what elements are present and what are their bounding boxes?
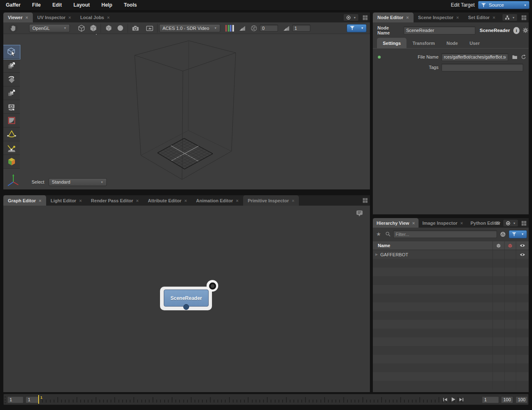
close-icon[interactable]: × <box>493 15 495 20</box>
current-frame-field[interactable] <box>482 396 499 403</box>
folder-browse-icon[interactable] <box>512 54 518 60</box>
tab-local-jobs[interactable]: Local Jobs × <box>76 12 114 22</box>
close-icon[interactable]: × <box>79 198 81 203</box>
tab-uv-inspector[interactable]: UV Inspector × <box>33 12 76 22</box>
gamma-field[interactable] <box>292 25 310 32</box>
display-transform-dropdown[interactable]: ACES 1.0 - SDR Video ▼ <box>159 24 220 32</box>
info-icon[interactable]: i <box>513 27 520 34</box>
menu-file[interactable]: File <box>26 0 47 10</box>
close-icon[interactable]: × <box>460 221 463 226</box>
subtab-user[interactable]: User <box>464 38 485 48</box>
exposure-icon[interactable] <box>236 23 248 33</box>
exclusions-column-header[interactable] <box>504 241 516 250</box>
close-icon[interactable]: × <box>39 198 41 203</box>
tab-attribute-editor[interactable]: Attribute Editor × <box>143 195 192 206</box>
layout-grid-icon[interactable] <box>521 220 527 226</box>
menu-burger-icon[interactable] <box>495 220 500 226</box>
filter-input[interactable] <box>393 230 497 238</box>
tab-graph-editor[interactable]: Graph Editor × <box>3 195 46 206</box>
shading-sphere-toggle[interactable] <box>114 23 126 33</box>
file-name-field[interactable] <box>441 53 508 61</box>
skip-to-end-icon[interactable] <box>458 397 464 403</box>
rotate-tool-button[interactable] <box>3 73 20 86</box>
menu-tools[interactable]: Tools <box>118 0 143 10</box>
close-icon[interactable]: × <box>292 198 294 203</box>
node-output-port[interactable] <box>183 304 189 310</box>
scene-view-tool-button[interactable] <box>3 155 20 169</box>
crop-window-tool-button[interactable] <box>3 114 20 128</box>
shading-cube-toggle[interactable] <box>103 23 114 33</box>
selection-overlay-toggle[interactable] <box>87 23 99 33</box>
expand-arrow-icon[interactable]: ▶ <box>373 253 380 256</box>
tab-animation-editor[interactable]: Animation Editor × <box>192 195 243 206</box>
close-icon[interactable]: × <box>406 15 409 20</box>
layout-grid-icon[interactable] <box>362 15 368 21</box>
aperture-icon[interactable] <box>248 23 260 33</box>
pin-target-dropdown[interactable]: ▼ <box>503 219 518 227</box>
refresh-icon[interactable] <box>521 54 527 60</box>
viewport-3d[interactable]: Select Standard ▼ <box>3 34 370 189</box>
close-icon[interactable]: × <box>184 198 187 203</box>
tab-set-editor[interactable]: Set Editor × <box>463 12 500 22</box>
menu-help[interactable]: Help <box>96 0 118 10</box>
channel-rgb-icon[interactable] <box>225 25 234 32</box>
light-position-tool-button[interactable] <box>3 141 20 155</box>
tab-hierarchy-view[interactable]: Hierarchy View × <box>373 218 419 228</box>
light-tool-button[interactable] <box>3 128 20 141</box>
tab-render-pass-editor[interactable]: Render Pass Editor × <box>86 195 143 206</box>
playhead[interactable] <box>38 395 39 404</box>
hierarchy-focus-dropdown[interactable]: ▼ <box>509 230 527 238</box>
set-filter-icon[interactable] <box>500 231 506 238</box>
tab-scene-inspector[interactable]: Scene Inspector × <box>414 12 463 22</box>
node-focus-ring[interactable] <box>207 280 218 292</box>
exposure-field[interactable] <box>260 25 278 32</box>
bounding-box-toggle[interactable] <box>76 23 87 33</box>
hierarchy-row[interactable]: ▶GAFFERBOT <box>373 250 529 259</box>
viewer-focus-dropdown[interactable]: ▼ <box>347 24 367 32</box>
close-icon[interactable]: × <box>456 15 459 20</box>
tab-image-inspector[interactable]: Image Inspector × <box>419 218 467 228</box>
layout-grid-icon[interactable] <box>521 15 527 21</box>
close-icon[interactable]: × <box>25 15 28 20</box>
gamma-icon[interactable] <box>281 23 292 33</box>
range-end-field[interactable] <box>515 396 528 403</box>
menu-gaffer[interactable]: Gaffer <box>0 0 26 10</box>
close-icon[interactable]: × <box>69 15 71 20</box>
play-icon[interactable] <box>450 396 456 403</box>
tab-node-editor[interactable]: Node Editor × <box>373 12 414 22</box>
tab-viewer[interactable]: Viewer × <box>3 12 33 22</box>
pin-target-dropdown[interactable]: ▼ <box>343 14 359 21</box>
gear-icon[interactable] <box>522 27 529 34</box>
skip-to-start-icon[interactable] <box>442 397 448 403</box>
select-tool-button[interactable] <box>3 45 20 59</box>
close-icon[interactable]: × <box>107 15 109 20</box>
tab-light-editor[interactable]: Light Editor × <box>46 195 86 206</box>
star-filter-icon[interactable]: ★ <box>376 231 381 237</box>
camera-menu-button[interactable] <box>130 23 141 33</box>
subtab-transform[interactable]: Transform <box>406 38 441 48</box>
visibility-eye-icon[interactable] <box>520 252 525 258</box>
layout-grid-icon[interactable] <box>362 197 368 204</box>
close-icon[interactable]: × <box>236 198 238 203</box>
scale-tool-button[interactable] <box>3 86 20 100</box>
camera-tool-button[interactable] <box>3 100 20 114</box>
annotation-bubble-icon[interactable] <box>355 209 364 218</box>
tab-primitive-inspector[interactable]: Primitive Inspector × <box>243 195 299 206</box>
translate-tool-button[interactable] <box>3 59 20 73</box>
close-icon[interactable]: × <box>412 221 415 226</box>
node-graph-dropdown[interactable]: ▼ <box>502 14 517 21</box>
subtab-node[interactable]: Node <box>441 38 464 48</box>
visibility-column-header[interactable] <box>516 241 529 250</box>
close-icon[interactable]: × <box>136 198 138 203</box>
renderer-dropdown[interactable]: OpenGL ▼ <box>29 24 70 32</box>
pan-hand-icon[interactable] <box>8 23 18 33</box>
subtab-settings[interactable]: Settings <box>377 38 406 48</box>
menu-edit[interactable]: Edit <box>47 0 68 10</box>
end-frame-field[interactable] <box>501 396 513 403</box>
select-mode-dropdown[interactable]: Standard ▼ <box>49 178 107 186</box>
inclusions-column-header[interactable] <box>493 241 504 250</box>
menu-layout[interactable]: Layout <box>68 0 96 10</box>
render-view-button[interactable] <box>144 23 155 33</box>
graph-canvas[interactable]: SceneReader <box>3 206 370 392</box>
tags-field[interactable] <box>441 64 523 71</box>
